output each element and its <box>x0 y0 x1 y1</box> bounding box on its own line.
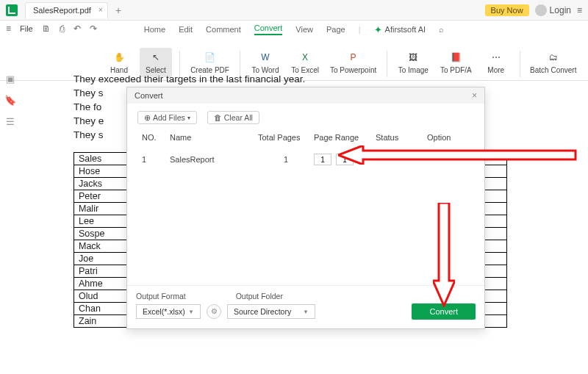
thumbnails-icon[interactable]: ▣ <box>6 73 15 84</box>
output-folder-label: Output Folder <box>236 292 283 301</box>
document-tab[interactable]: SalesReport.pdf × <box>25 2 108 18</box>
tab-view[interactable]: View <box>295 25 313 34</box>
output-format-select[interactable]: Excel(*.xlsx)▼ <box>136 304 201 319</box>
batch-icon: 🗂 <box>547 51 560 64</box>
close-tab-icon[interactable]: × <box>98 6 103 14</box>
add-tab-button[interactable]: + <box>115 4 121 16</box>
avatar-icon <box>535 4 547 16</box>
image-icon: 🖼 <box>406 51 420 64</box>
menu-caret-icon[interactable]: ≡ <box>6 24 11 34</box>
clear-all-button[interactable]: 🗑 Clear All <box>207 111 259 124</box>
row-name: SalesReport <box>170 155 258 164</box>
pdfa-icon: 📕 <box>449 51 462 64</box>
tab-convert[interactable]: Convert <box>254 24 283 35</box>
tab-page[interactable]: Page <box>326 25 345 34</box>
undo-icon[interactable]: ↶ <box>74 24 81 34</box>
createpdf-icon: 📄 <box>204 51 217 64</box>
menu-icon[interactable]: ≡ <box>577 5 582 15</box>
buy-now-button[interactable]: Buy Now <box>485 4 529 16</box>
bookmark-icon[interactable]: 🔖 <box>4 95 16 106</box>
cursor-icon: ↖ <box>149 51 162 64</box>
login-button[interactable]: Login <box>535 4 571 16</box>
convert-button[interactable]: Convert <box>412 303 476 320</box>
ai-button[interactable]: ✦Afirstsoft AI <box>374 24 426 35</box>
page-range-to[interactable] <box>336 154 354 165</box>
table-header: NO.NameTotal PagesPage RangeStatusOption <box>127 132 484 143</box>
output-folder-select[interactable]: Source Directory▼ <box>227 304 315 319</box>
row-no: 1 <box>142 155 170 164</box>
redo-icon[interactable]: ↷ <box>90 24 97 34</box>
more-icon: ⋯ <box>490 51 503 64</box>
dialog-title: Convert <box>135 91 163 100</box>
tab-edit[interactable]: Edit <box>179 25 193 34</box>
row-totalpages: 1 <box>258 155 314 164</box>
file-menu[interactable]: File <box>20 24 33 33</box>
doc-text: They exceeded their targets in the last … <box>74 73 559 84</box>
separator: | <box>359 25 361 34</box>
tab-comment[interactable]: Comment <box>206 25 241 34</box>
chevron-down-icon: ▼ <box>188 309 194 315</box>
close-dialog-icon[interactable]: × <box>472 90 477 101</box>
app-logo <box>6 4 18 16</box>
excel-icon: X <box>298 51 312 64</box>
hand-icon: ✋ <box>112 51 126 64</box>
save-icon[interactable]: 🗎 <box>42 24 51 34</box>
convert-dialog: Convert × ⊕ Add Files ▾ 🗑 Clear All NO.N… <box>126 87 485 329</box>
tab-title: SalesReport.pdf <box>33 6 91 15</box>
ppt-icon: P <box>347 51 360 64</box>
chevron-down-icon: ▼ <box>303 309 309 315</box>
word-icon: W <box>259 51 272 64</box>
add-files-button[interactable]: ⊕ Add Files ▾ <box>137 111 197 124</box>
output-format-label: Output Format <box>136 292 186 301</box>
page-range-from[interactable] <box>314 154 331 165</box>
search-icon[interactable]: ⌕ <box>439 25 444 34</box>
comments-icon[interactable]: ☰ <box>6 116 15 127</box>
settings-icon[interactable]: ⚙ <box>207 304 221 319</box>
file-row[interactable]: 1 SalesReport 1 <box>127 143 484 176</box>
tab-home[interactable]: Home <box>144 25 165 34</box>
print-icon[interactable]: ⎙ <box>60 24 65 34</box>
